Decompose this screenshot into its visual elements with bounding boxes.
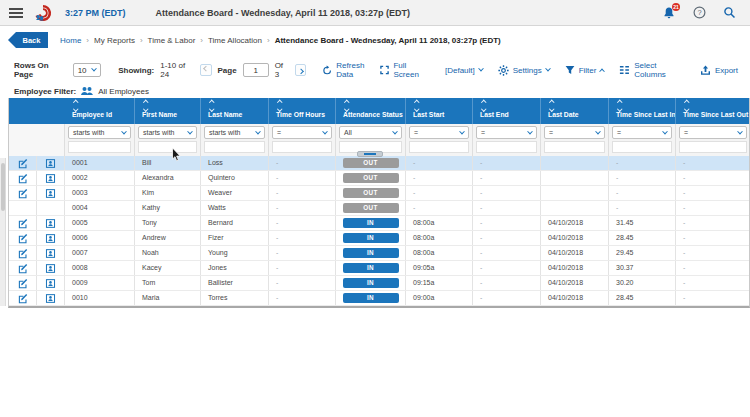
filter-value-input-last_end[interactable] (476, 141, 537, 153)
select-columns-button[interactable]: Select Columns (619, 61, 684, 79)
rows-per-page-value: 10 (78, 66, 87, 75)
filter-operator-select-last_date[interactable]: = (544, 126, 605, 139)
cell-last_date: 04/10/2018 (541, 216, 609, 230)
rows-per-page-select[interactable]: 10 (73, 63, 101, 77)
full-screen-button[interactable]: Full Screen (380, 61, 429, 79)
search-button[interactable] (723, 6, 736, 19)
filter-operator-select-last_end[interactable]: = (476, 126, 537, 139)
edit-timecard-button[interactable] (9, 276, 37, 290)
employee-profile-button[interactable] (37, 231, 65, 245)
edit-timecard-button[interactable] (9, 186, 37, 200)
employee-profile-button[interactable] (37, 216, 65, 230)
filter-operator-select-last_start[interactable]: = (409, 126, 469, 139)
column-header-last_name[interactable]: Last Name (201, 98, 269, 124)
breadcrumb-my-reports[interactable]: My Reports (94, 36, 135, 45)
column-header-last_end[interactable]: Last End (473, 98, 541, 124)
cell-since_in: 30.20 (609, 276, 676, 290)
filter-operator-select-first_name[interactable]: starts with (138, 126, 197, 139)
filter-operator-select-time_off[interactable]: = (272, 126, 332, 139)
filter-value-input-last_name[interactable] (204, 141, 265, 153)
employee-filter-value[interactable]: All Employees (98, 87, 149, 96)
refresh-data-button[interactable]: Refresh Data (322, 61, 380, 79)
people-icon (80, 86, 94, 96)
table-row[interactable]: 0005TonyBernard-IN08:00a-04/10/201831.45… (9, 216, 749, 231)
column-header-last_date[interactable]: Last Date (541, 98, 609, 124)
help-button[interactable]: ? (693, 6, 706, 19)
column-header-id[interactable]: Employee Id (65, 98, 135, 124)
current-time[interactable]: 3:27 PM (EDT) (65, 8, 126, 18)
column-header-status[interactable]: Attendance Status (336, 98, 406, 124)
filter-value-input-since_out[interactable] (679, 141, 747, 153)
breadcrumb-home[interactable]: Home (60, 36, 81, 45)
table-row[interactable]: 0010MariaTorres-IN09:00a-04/10/201828.45… (9, 291, 749, 306)
sort-down-icon (344, 106, 349, 111)
employee-profile-button[interactable] (37, 156, 65, 170)
edit-timecard-button[interactable] (9, 171, 37, 185)
table-row[interactable]: 0009TomBallister-IN09:15a-04/10/201830.2… (9, 276, 749, 291)
employee-profile-button[interactable] (37, 246, 65, 260)
menu-icon[interactable] (9, 6, 23, 20)
cell-first_name: Andrew (135, 231, 201, 245)
edit-timecard-button[interactable] (9, 156, 37, 170)
table-row[interactable]: 0007NoahYoung-IN08:00a-04/10/201829.45- (9, 246, 749, 261)
previous-page-button[interactable] (200, 64, 211, 76)
filter-operator-select-id[interactable]: starts with (68, 126, 131, 139)
table-row[interactable]: 0004KathyWatts-OUT---- (9, 201, 749, 216)
cell-last_name: Weaver (201, 186, 269, 200)
cell-last_date: 04/10/2018 (541, 231, 609, 245)
refresh-icon (322, 65, 332, 76)
edit-timecard-button[interactable] (9, 216, 37, 230)
column-header-since_out[interactable]: Time Since Last Out (676, 98, 750, 124)
employee-profile-button[interactable] (37, 171, 65, 185)
vertical-scrollbar (0, 158, 6, 306)
cell-last_name: Ballister (201, 276, 269, 290)
dash-value: - (276, 219, 278, 226)
edit-timecard-button[interactable] (9, 261, 37, 275)
filter-operator-select-last_name[interactable]: starts with (204, 126, 265, 139)
employee-profile-button[interactable] (37, 186, 65, 200)
employee-profile-button[interactable] (37, 291, 65, 305)
breadcrumb-time-allocation[interactable]: Time Allocation (208, 36, 262, 45)
attendance-column-handle[interactable] (357, 151, 383, 157)
filter-value-input-last_date[interactable] (544, 141, 605, 153)
table-row[interactable]: 0006AndrewFizer-IN08:00a-04/10/201828.45… (9, 231, 749, 246)
filter-value-input-id[interactable] (68, 141, 131, 153)
table-row[interactable]: 0002AlexandraQuintero-OUT---- (9, 171, 749, 186)
employee-profile-button[interactable] (37, 261, 65, 275)
export-button[interactable]: Export (700, 65, 738, 76)
page-number-input[interactable] (243, 63, 269, 77)
column-header-since_in[interactable]: Time Since Last In (609, 98, 676, 124)
settings-menu[interactable]: Settings (498, 65, 550, 76)
showing-label: Showing: (118, 66, 154, 75)
scrollbar-thumb[interactable] (1, 163, 5, 211)
edit-timecard-button[interactable] (9, 291, 37, 305)
column-header-time_off[interactable]: Time Off Hours (269, 98, 336, 124)
filter-operator-select-status[interactable]: All (339, 126, 402, 139)
table-row[interactable]: 0008KaceyJones-IN09:05a-04/10/201830.37- (9, 261, 749, 276)
filter-operator-select-since_in[interactable]: = (612, 126, 672, 139)
dash-value: - (480, 279, 482, 286)
column-header-last_start[interactable]: Last Start (406, 98, 473, 124)
filter-value-input-last_start[interactable] (409, 141, 469, 153)
filter-value-input-since_in[interactable] (612, 141, 672, 153)
cell-last_end: - (473, 186, 541, 200)
filter-toggle[interactable]: Filter (565, 65, 605, 75)
breadcrumb-time-and-labor[interactable]: Time & Labor (148, 36, 196, 45)
chevron-up-icon (600, 69, 606, 75)
table-row[interactable]: 0001BillLoss-OUT---- (9, 156, 749, 171)
filter-operator-value: starts with (73, 129, 105, 136)
attendance-status-cell: IN (336, 261, 406, 275)
notifications-button[interactable]: 21 (662, 6, 676, 20)
edit-timecard-button[interactable] (9, 231, 37, 245)
next-page-button[interactable] (295, 64, 306, 76)
table-row[interactable]: 0003KimWeaver-OUT---- (9, 186, 749, 201)
chevron-down-icon (527, 128, 533, 134)
column-header-first_name[interactable]: First Name (135, 98, 201, 124)
filter-value-input-first_name[interactable] (138, 141, 197, 153)
filter-value-input-time_off[interactable] (272, 141, 332, 153)
view-select[interactable]: [Default] (445, 66, 483, 75)
back-button[interactable]: Back (8, 32, 48, 48)
employee-profile-button[interactable] (37, 276, 65, 290)
edit-timecard-button[interactable] (9, 246, 37, 260)
filter-operator-select-since_out[interactable]: = (679, 126, 747, 139)
